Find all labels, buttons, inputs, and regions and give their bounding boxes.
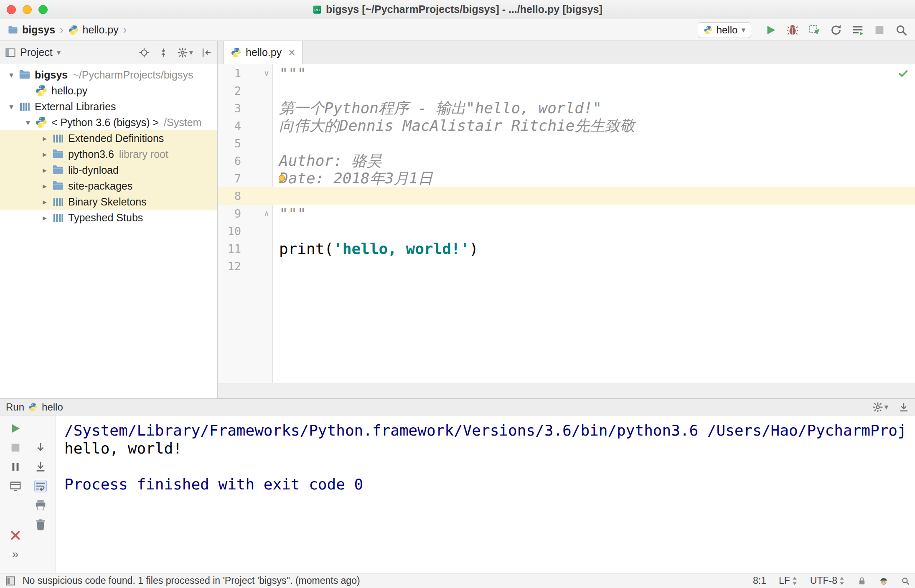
folder-icon: [18, 68, 31, 81]
project-tree: ▾bigsys~/PycharmProjects/bigsyshello.py▾…: [0, 64, 217, 398]
editor-line-1[interactable]: 1∨""": [218, 64, 915, 82]
line-gutter[interactable]: 4: [218, 117, 272, 134]
chevron-down-icon[interactable]: ▾: [57, 48, 61, 57]
minimize-window-button[interactable]: [23, 5, 32, 14]
chevron-down-icon[interactable]: ▾: [4, 70, 18, 80]
print-button[interactable]: [34, 499, 47, 512]
editor-line-5[interactable]: 5: [218, 134, 915, 152]
chevron-right-icon[interactable]: ▸: [38, 213, 52, 223]
tree-item-typeshed-stubs[interactable]: ▸Typeshed Stubs: [0, 210, 217, 226]
line-gutter[interactable]: 12: [218, 257, 272, 275]
tab-hello-py[interactable]: hello.py ×: [224, 41, 302, 64]
line-gutter[interactable]: 1∨: [218, 64, 272, 82]
line-gutter[interactable]: 7: [218, 170, 272, 187]
editor-line-7[interactable]: 7Date: 2018年3月1日: [218, 170, 915, 187]
line-gutter[interactable]: 2: [218, 82, 272, 99]
debug-button[interactable]: [786, 24, 799, 36]
stop-button[interactable]: [873, 24, 886, 36]
editor-line-10[interactable]: 10: [218, 222, 915, 240]
editor[interactable]: 1∨"""23第一个Python程序 - 输出"hello, world!"4向…: [218, 64, 915, 383]
editor-horizontal-scrollbar[interactable]: [218, 383, 915, 398]
close-window-button[interactable]: [7, 5, 16, 14]
run-panel-title[interactable]: Run: [6, 401, 24, 413]
chevron-down-icon[interactable]: ▾: [21, 118, 35, 127]
code-token: 向伟大的Dennis MacAlistair Ritchie先生致敬: [279, 117, 635, 134]
soft-wrap-button[interactable]: [34, 480, 47, 492]
project-settings-button[interactable]: ▾: [177, 47, 193, 58]
line-gutter[interactable]: 5: [218, 134, 272, 152]
editor-line-3[interactable]: 3第一个Python程序 - 输出"hello, world!": [218, 99, 915, 117]
chevron-right-icon[interactable]: ▸: [38, 150, 52, 159]
toolwindow-toggle-icon[interactable]: [5, 575, 16, 586]
tree-item-python3-6[interactable]: ▸python3.6library root: [0, 146, 217, 162]
tree-item-external-libraries[interactable]: ▾External Libraries: [0, 99, 217, 114]
hide-run-panel-button[interactable]: [898, 402, 909, 413]
editor-line-12[interactable]: 12: [218, 257, 915, 275]
status-message: No suspicious code found. 1 files proces…: [23, 575, 360, 586]
fold-marker-icon[interactable]: ∧: [244, 208, 272, 218]
line-gutter[interactable]: 11: [218, 240, 272, 257]
restore-layout-button[interactable]: [9, 480, 22, 492]
chevron-right-icon[interactable]: ▸: [38, 134, 52, 143]
run-configuration-select[interactable]: hello ▾: [698, 22, 751, 38]
scroll-to-end-button[interactable]: [34, 461, 47, 473]
close-console-button[interactable]: [9, 529, 22, 542]
loupe-icon[interactable]: [901, 576, 910, 585]
fold-marker-icon[interactable]: ∨: [244, 68, 272, 78]
line-number: 9: [218, 207, 244, 220]
folder-icon: [8, 25, 18, 35]
intention-bulb-icon[interactable]: [276, 174, 287, 185]
tree-item-bigsys[interactable]: ▾bigsys~/PycharmProjects/bigsys: [0, 67, 217, 83]
editor-line-4[interactable]: 4向伟大的Dennis MacAlistair Ritchie先生致敬: [218, 117, 915, 134]
profiler-button[interactable]: [830, 24, 842, 36]
tree-item-hello-py[interactable]: hello.py: [0, 83, 217, 99]
editor-column: hello.py × 1∨"""23第一个Python程序 - 输出"hello…: [218, 41, 915, 398]
pycharm-app-icon: PC: [313, 5, 322, 14]
tree-item-binary-skeletons[interactable]: ▸Binary Skeletons: [0, 194, 217, 210]
editor-line-6[interactable]: 6Author: 骆昊: [218, 152, 915, 170]
line-gutter[interactable]: 6: [218, 152, 272, 170]
tree-item-site-packages[interactable]: ▸site-packages: [0, 178, 217, 194]
zoom-window-button[interactable]: [38, 5, 48, 14]
line-gutter[interactable]: 10: [218, 222, 272, 240]
run-settings-button[interactable]: ▾: [872, 402, 888, 413]
project-panel-title[interactable]: Project: [20, 46, 53, 58]
tree-item-lib-dynload[interactable]: ▸lib-dynload: [0, 162, 217, 178]
line-separator-widget[interactable]: LF: [779, 575, 798, 586]
chevron-right-icon[interactable]: ▸: [38, 181, 52, 191]
line-gutter[interactable]: 9∧: [218, 205, 272, 222]
inspections-profile-icon[interactable]: [879, 576, 888, 585]
chevron-right-icon[interactable]: ▸: [38, 165, 52, 175]
clear-all-button[interactable]: [34, 518, 47, 531]
chevron-right-icon[interactable]: ▸: [38, 197, 52, 207]
run-button[interactable]: [765, 24, 777, 36]
tree-item-python-3-6-bigsys[interactable]: ▾< Python 3.6 (bigsys) >/System: [0, 114, 217, 130]
line-gutter[interactable]: 3: [218, 99, 272, 117]
edit-configurations-button[interactable]: [851, 24, 864, 36]
pause-output-button[interactable]: [9, 461, 22, 473]
caret-position-widget[interactable]: 8:1: [753, 575, 766, 586]
editor-line-9[interactable]: 9∧""": [218, 205, 915, 222]
editor-line-2[interactable]: 2: [218, 82, 915, 99]
editor-line-8[interactable]: 8: [218, 187, 915, 205]
run-console[interactable]: /System/Library/Frameworks/Python.framew…: [56, 416, 915, 573]
stop-process-button[interactable]: [9, 441, 22, 454]
search-everywhere-button[interactable]: [895, 24, 907, 36]
breadcrumb-hello-py[interactable]: hello.py: [83, 24, 119, 36]
down-stacktrace-button[interactable]: [34, 441, 47, 454]
title-bar: PC bigsys [~/PycharmProjects/bigsys] - .…: [0, 0, 915, 19]
lock-icon[interactable]: [857, 576, 867, 585]
line-gutter[interactable]: 8: [218, 187, 272, 205]
scroll-from-source-button[interactable]: [139, 47, 150, 58]
rerun-button[interactable]: [9, 422, 22, 435]
tree-item-extended-definitions[interactable]: ▸Extended Definitions: [0, 130, 217, 146]
close-tab-icon[interactable]: ×: [288, 47, 295, 58]
encoding-widget[interactable]: UTF-8: [810, 575, 845, 586]
breadcrumb-bigsys[interactable]: bigsys: [22, 24, 55, 36]
chevron-down-icon[interactable]: ▾: [4, 102, 18, 112]
more-actions-button[interactable]: »: [12, 548, 19, 560]
hide-panel-button[interactable]: [201, 47, 212, 58]
run-with-coverage-button[interactable]: [808, 24, 821, 36]
collapse-all-button[interactable]: [158, 47, 169, 58]
editor-line-11[interactable]: 11print('hello, world!'): [218, 240, 915, 257]
